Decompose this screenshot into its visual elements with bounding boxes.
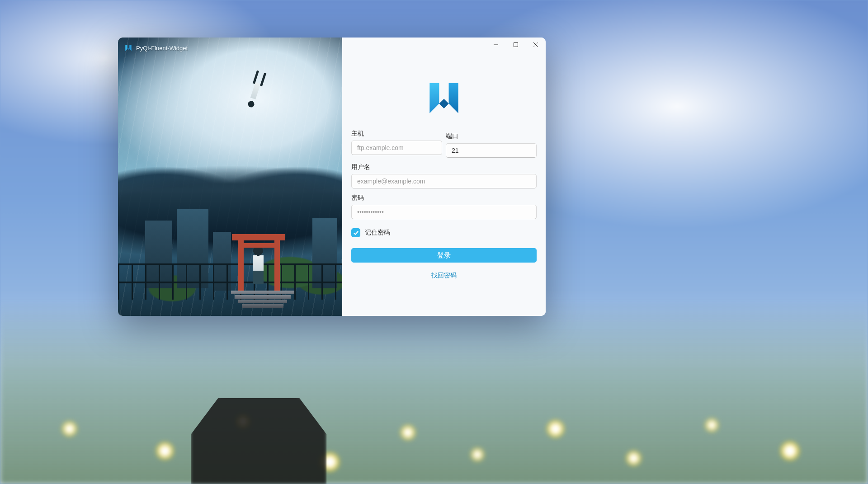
username-field: 用户名 (351, 163, 537, 188)
password-label: 密码 (351, 194, 537, 202)
login-window: PyQt-Fluent-Widget (118, 38, 546, 316)
wallpaper-flowers (0, 300, 868, 484)
minimize-button[interactable] (486, 38, 506, 52)
app-title: PyQt-Fluent-Widget (136, 45, 188, 52)
svg-rect-0 (514, 43, 518, 47)
login-button[interactable]: 登录 (351, 248, 537, 263)
password-input[interactable] (351, 205, 537, 219)
login-form: 主机 端口 用户名 密码 记住密码 (342, 118, 546, 280)
maximize-icon (514, 42, 518, 47)
minimize-icon (494, 42, 498, 47)
close-icon (533, 42, 538, 47)
hero-figure-falling (243, 68, 269, 111)
brand-logo-icon (424, 78, 464, 118)
host-input[interactable] (351, 141, 442, 155)
port-input[interactable] (446, 143, 537, 158)
password-field: 密码 (351, 194, 537, 219)
hero-illustration: PyQt-Fluent-Widget (118, 38, 342, 316)
brand-logo (424, 78, 464, 118)
host-field: 主机 (351, 130, 442, 158)
checkmark-icon (353, 230, 359, 236)
port-field: 端口 (446, 132, 537, 158)
username-input[interactable] (351, 174, 537, 188)
host-label: 主机 (351, 130, 442, 138)
window-controls (486, 38, 546, 52)
wallpaper-silhouette (191, 394, 326, 484)
port-label: 端口 (446, 132, 537, 141)
login-panel: 主机 端口 用户名 密码 记住密码 (342, 38, 546, 316)
forgot-password-link[interactable]: 找回密码 (431, 272, 457, 280)
username-label: 用户名 (351, 163, 537, 171)
titlebar[interactable]: PyQt-Fluent-Widget (124, 44, 188, 52)
app-logo-icon (124, 44, 132, 52)
close-button[interactable] (526, 38, 546, 52)
remember-checkbox[interactable] (351, 228, 360, 237)
remember-label: 记住密码 (365, 229, 390, 237)
maximize-button[interactable] (506, 38, 526, 52)
remember-row: 记住密码 (351, 228, 537, 237)
